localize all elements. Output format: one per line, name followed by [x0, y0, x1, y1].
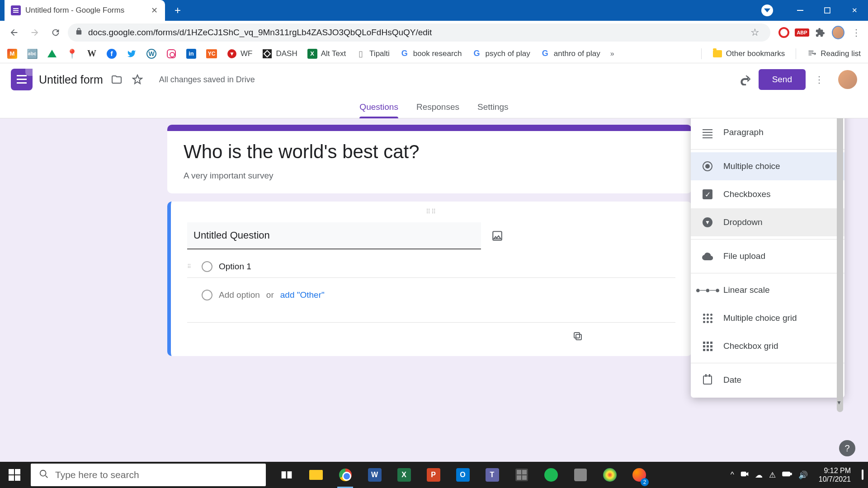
type-checkboxes[interactable]: ✓ Checkboxes	[691, 180, 844, 208]
firefox-icon[interactable]: 2	[627, 462, 651, 488]
address-bar[interactable]: docs.google.com/forms/d/1HZeCJ1ShC_vq_9M…	[68, 23, 770, 42]
calculator-icon[interactable]	[509, 462, 534, 488]
form-name[interactable]: Untitled form	[39, 73, 103, 86]
bookmark-gmail[interactable]: M	[7, 49, 17, 59]
word-icon[interactable]: W	[362, 462, 387, 488]
powerpoint-icon[interactable]: P	[421, 462, 446, 488]
svg-rect-2	[576, 334, 581, 340]
bookmark-wf[interactable]: ▼WF	[227, 49, 252, 59]
bookmark-wikipedia[interactable]: W	[87, 49, 97, 59]
form-description[interactable]: A very important survey	[184, 171, 675, 181]
taskbar-app-icon[interactable]	[568, 462, 593, 488]
bookmark-instagram[interactable]	[166, 49, 176, 59]
forward-button[interactable]	[26, 24, 43, 41]
profile-avatar-large[interactable]	[838, 70, 857, 89]
action-center-icon[interactable]	[862, 470, 863, 479]
multiple-choice-icon	[702, 160, 713, 172]
reload-button[interactable]	[47, 24, 64, 41]
move-to-folder-icon[interactable]	[109, 72, 124, 87]
meet-now-icon[interactable]	[741, 470, 749, 480]
type-multiple-choice[interactable]: Multiple choice	[691, 152, 844, 180]
form-title-card[interactable]: Who is the world's best cat? A very impo…	[167, 125, 692, 193]
help-button[interactable]: ?	[839, 440, 855, 456]
add-option-row[interactable]: Add option or add "Other"	[187, 290, 675, 304]
minimize-button[interactable]	[787, 0, 814, 21]
file-explorer-icon[interactable]	[303, 462, 328, 488]
option-drag-icon[interactable]: ⠿	[187, 263, 195, 270]
other-bookmarks[interactable]: Other bookmarks	[712, 49, 785, 59]
chrome-icon[interactable]	[333, 462, 358, 488]
tab-settings[interactable]: Settings	[477, 96, 509, 118]
duplicate-icon[interactable]	[571, 329, 585, 343]
reading-list[interactable]: Reading list	[807, 49, 861, 59]
bookmark-anthro-of-play[interactable]: Ganthro of play	[540, 49, 600, 59]
send-button[interactable]: Send	[759, 69, 806, 90]
type-date[interactable]: Date	[691, 366, 844, 394]
option-row[interactable]: ⠿ Option 1	[187, 261, 675, 278]
type-dropdown[interactable]: ▼ Dropdown	[691, 208, 844, 236]
type-file-upload[interactable]: File upload	[691, 242, 844, 270]
maximize-button[interactable]	[814, 0, 841, 21]
excel-icon[interactable]: X	[392, 462, 416, 488]
chrome-menu-icon[interactable]: ⋮	[850, 26, 863, 39]
type-linear-scale[interactable]: ●─●─● Linear scale	[691, 276, 844, 304]
bookmark-linkedin[interactable]: in	[186, 49, 196, 59]
profile-avatar-small[interactable]	[832, 26, 844, 39]
browser-tab[interactable]: Untitled form - Google Forms ✕	[5, 0, 165, 21]
battery-icon[interactable]	[782, 470, 792, 479]
bookmark-translate[interactable]: 🔤	[27, 49, 37, 59]
bookmark-facebook[interactable]: f	[107, 49, 117, 59]
question-card[interactable]: ⠿⠿ ⠿ Option 1 Add option or add "Other	[167, 202, 692, 356]
outlook-icon[interactable]: O	[450, 462, 475, 488]
add-option-label[interactable]: Add option	[219, 290, 260, 300]
bookmark-overflow-icon[interactable]: »	[610, 50, 614, 58]
dropdown-scroll-down-icon[interactable]: ▼	[836, 399, 842, 406]
tray-overflow-icon[interactable]: ^	[731, 470, 734, 479]
bookmark-tipalti[interactable]: ▯Tipalti	[356, 49, 390, 59]
opera-extension-icon[interactable]	[778, 26, 790, 39]
drag-handle-icon[interactable]: ⠿⠿	[426, 208, 437, 215]
close-tab-icon[interactable]: ✕	[151, 5, 158, 15]
form-title[interactable]: Who is the world's best cat?	[184, 141, 675, 163]
security-icon[interactable]: ⚠	[769, 470, 776, 480]
bookmark-wordpress[interactable]: W	[146, 49, 156, 59]
teams-icon[interactable]: T	[480, 462, 505, 488]
bookmark-star-icon[interactable]: ☆	[750, 27, 760, 38]
bookmark-book-research[interactable]: Gbook research	[400, 49, 462, 59]
tab-responses[interactable]: Responses	[416, 96, 459, 118]
tab-questions[interactable]: Questions	[359, 96, 398, 118]
new-tab-button[interactable]: +	[170, 2, 186, 19]
extensions-icon[interactable]	[814, 26, 826, 39]
bookmark-maps[interactable]: 📍	[67, 49, 77, 59]
type-multiple-choice-grid[interactable]: Multiple choice grid	[691, 304, 844, 332]
bookmark-twitter[interactable]	[127, 49, 137, 59]
start-button[interactable]	[0, 462, 29, 488]
spotify-icon[interactable]	[538, 462, 563, 488]
bookmark-alttext[interactable]: XAlt Text	[307, 49, 346, 59]
close-window-button[interactable]: ✕	[841, 0, 868, 21]
bookmark-psych-of-play[interactable]: Gpsych of play	[472, 49, 530, 59]
abp-extension-icon[interactable]: ABP	[796, 26, 808, 39]
task-view-icon[interactable]	[274, 462, 299, 488]
star-icon[interactable]	[130, 72, 145, 87]
option-text[interactable]: Option 1	[219, 262, 251, 272]
taskbar-search[interactable]: Type here to search	[31, 464, 266, 486]
add-other-link[interactable]: add "Other"	[280, 290, 325, 300]
bookmark-drive[interactable]	[47, 49, 57, 59]
onedrive-icon[interactable]: ☁	[755, 470, 763, 480]
add-image-icon[interactable]	[490, 229, 505, 243]
google-forms-logo[interactable]	[11, 69, 33, 90]
bookmark-dash[interactable]: DASH	[262, 49, 297, 59]
bookmark-yc[interactable]: YC	[206, 49, 217, 58]
titlebar-dropdown-icon[interactable]	[761, 5, 773, 16]
type-paragraph[interactable]: Paragraph	[691, 118, 844, 146]
form-more-icon[interactable]: ⋮	[812, 72, 826, 87]
redo-icon[interactable]	[738, 72, 752, 87]
volume-icon[interactable]: 🔊	[798, 470, 808, 480]
back-button[interactable]	[5, 24, 23, 41]
taskbar-clock[interactable]: 9:12 PM 10/7/2021	[819, 466, 851, 483]
dropdown-scrollbar[interactable]	[837, 118, 843, 432]
paint-icon[interactable]	[597, 462, 622, 488]
question-title-input[interactable]	[187, 222, 481, 249]
type-checkbox-grid[interactable]: Checkbox grid	[691, 332, 844, 360]
